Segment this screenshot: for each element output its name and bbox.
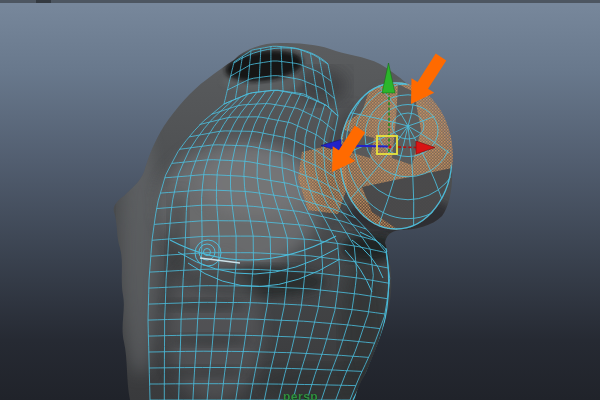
scene-svg xyxy=(0,0,600,400)
manipulator-origin xyxy=(389,146,392,149)
panel-divider-notch xyxy=(36,0,51,3)
viewport-top-border xyxy=(0,0,600,3)
3d-viewport[interactable]: persp xyxy=(0,0,600,400)
camera-label: persp xyxy=(283,390,318,400)
